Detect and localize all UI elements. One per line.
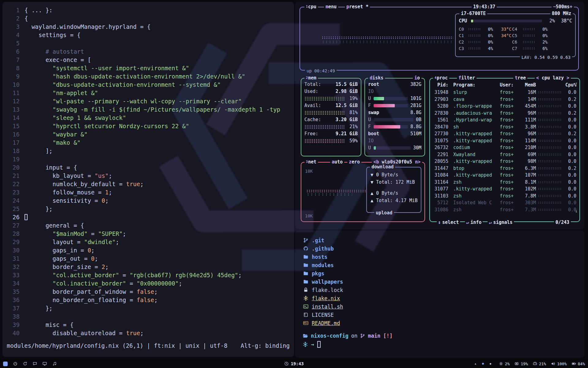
module-battery[interactable]: 84%	[572, 362, 585, 366]
code-line[interactable]: 34 "col.inactive_border" = "0x00000000";	[5, 279, 294, 288]
power-icon[interactable]	[13, 362, 17, 366]
network-box-title[interactable]: 3net	[304, 159, 318, 165]
tray-expand-icon[interactable]	[474, 362, 477, 366]
editor-pane[interactable]: 1{ ... }:2{3 wayland.windowManager.hyprl…	[2, 2, 294, 357]
cpu-box-title[interactable]: 1cpu	[304, 4, 318, 10]
code-line[interactable]: 11 "nm-applet &"	[5, 89, 294, 97]
code-line[interactable]: 27 general = {	[5, 221, 294, 230]
process-row[interactable]: 31084.kitty-wrappedfros+107M0.0	[433, 172, 576, 179]
tray-diamond-icon[interactable]	[489, 362, 492, 366]
preset-button[interactable]: preset *	[345, 4, 370, 10]
file-entry[interactable]: LICENSE	[303, 311, 584, 319]
scroll-up-indicator[interactable]: ↑	[575, 81, 578, 86]
module-gear[interactable]: 2%	[499, 362, 510, 366]
process-row[interactable]: 1561.Hyprland-wrapfros+111M0.0	[433, 117, 576, 124]
refresh-icon[interactable]	[23, 362, 27, 366]
sort-next-button[interactable]: >	[564, 75, 569, 81]
code-line[interactable]: 40 disable_autoreload = true;	[5, 329, 294, 337]
editor-code-area[interactable]: 1{ ... }:2{3 wayland.windowManager.hyprl…	[5, 6, 294, 337]
process-row[interactable]: 31086zshfros+7.3M0.0	[433, 206, 576, 213]
process-row[interactable]: 27830.audacious-wrafros+96M0.2	[433, 110, 576, 117]
io-mode-button[interactable]: io	[413, 75, 421, 81]
process-row[interactable]: 28470shfros+3.8M0.0	[433, 124, 576, 131]
file-entry[interactable]: .github	[303, 244, 584, 253]
code-line[interactable]: 18 ];	[5, 147, 294, 155]
column-header-user[interactable]: User:	[500, 82, 519, 89]
memory-box-title[interactable]: 2mem	[304, 75, 318, 81]
music-icon[interactable]	[52, 362, 57, 366]
workspace-indicator[interactable]	[3, 362, 8, 366]
footer-button-signals[interactable]: ↵signals	[488, 220, 514, 225]
code-line[interactable]: 22 numlock_by_default = true;	[5, 180, 294, 188]
tree-button[interactable]: tree	[513, 75, 527, 81]
code-line[interactable]: 10 "dbus-update-activation-environment -…	[5, 81, 294, 89]
code-line[interactable]: 7 exec-once = [	[5, 56, 294, 64]
process-row[interactable]: 5280.floorp-wrappefros+454M0.0	[433, 103, 576, 110]
module-disk[interactable]: 21%	[533, 362, 546, 366]
terminal-pane[interactable]: .git.githubhostsmodulespkgswallpapersfla…	[295, 231, 584, 358]
code-line[interactable]: 38	[5, 312, 294, 321]
file-entry[interactable]: modules	[303, 261, 584, 269]
column-header-cpu[interactable]: Cpu%	[564, 82, 576, 89]
tray-dot-icon[interactable]	[481, 362, 485, 366]
code-line[interactable]: 3 wayland.windowManager.hyprland = {	[5, 23, 294, 31]
shell-input-line[interactable]: →	[303, 341, 584, 348]
code-line[interactable]: 8 "systemctl --user import-environment &…	[5, 64, 294, 72]
clock-module[interactable]: 19:43	[284, 361, 303, 366]
code-line[interactable]: 24 sensitivity = 0;	[5, 197, 294, 205]
process-row[interactable]: 27903cavafros+14M0.2	[433, 96, 576, 103]
display-icon[interactable]	[43, 362, 47, 366]
code-line[interactable]: 4 settings = {	[5, 31, 294, 39]
btop-pane[interactable]: 1cpu menu preset * 19:43:37 − 500ms + i7…	[295, 2, 584, 229]
code-line[interactable]: 33 "col.active_border" = "rgb(cba6f7) rg…	[5, 271, 294, 279]
sort-prev-button[interactable]: <	[536, 75, 542, 81]
process-row[interactable]: 31103zshfros+7.8M0.0	[433, 193, 576, 200]
footer-button-select[interactable]: ↕select	[437, 220, 460, 225]
code-line[interactable]: 12 "wl-paste --primary --watch wl-copy -…	[5, 97, 294, 105]
code-line[interactable]: 32 border_size = 2;	[5, 263, 294, 271]
menu-button[interactable]: menu	[324, 4, 338, 10]
process-box-title[interactable]: 4proc	[433, 75, 449, 81]
code-line[interactable]: 21 kb_layout = "us";	[5, 172, 294, 180]
process-row[interactable]: 28055.kitty-wrappedfros+98M0.0	[433, 158, 576, 165]
code-line[interactable]: 19	[5, 155, 294, 163]
code-line[interactable]: 9 "hash dbus-update-activation-environme…	[5, 72, 294, 81]
filter-button[interactable]: filter	[457, 75, 477, 81]
code-line[interactable]: 23 follow_mouse = 1;	[5, 188, 294, 197]
chat-icon[interactable]	[33, 362, 37, 366]
file-entry[interactable]: wallpapers	[303, 278, 584, 286]
column-header-pid[interactable]: Pid:	[433, 82, 450, 89]
module-memory[interactable]: 19%	[514, 362, 528, 366]
system-tray[interactable]	[474, 362, 492, 366]
interface-next-button[interactable]: n>	[412, 159, 420, 165]
code-line[interactable]: 14 "sleep 1 && swaylock"	[5, 114, 294, 122]
code-line[interactable]: 15 "hyprctl setcursor Nordzy-cursors 22 …	[5, 122, 294, 130]
file-entry[interactable]: hosts	[303, 253, 584, 261]
file-entry[interactable]: install.sh	[303, 302, 584, 311]
code-line[interactable]: 5	[5, 39, 294, 48]
code-line[interactable]: 6 # autostart	[5, 48, 294, 56]
file-entry[interactable]: README.md	[303, 319, 584, 327]
code-line[interactable]: 39 misc = {	[5, 321, 294, 329]
process-row[interactable]: 31077.kitty-wrappedfros+102M0.0	[433, 186, 576, 193]
code-line[interactable]: 13 "swaybg -m fill -i $(find ~/Pictures/…	[5, 105, 294, 114]
process-row[interactable]: 31164zshfros+8.1M0.0	[433, 179, 576, 186]
process-row[interactable]: 27730.kitty-wrappedfros+96M0.2	[433, 130, 576, 137]
code-line[interactable]: 37 };	[5, 304, 294, 312]
process-row[interactable]: 26732codiumfros+210M0.0	[433, 144, 576, 151]
column-header-memb[interactable]: MemB	[519, 82, 536, 89]
interval-plus-button[interactable]: +	[570, 4, 572, 10]
code-line[interactable]: 30 gaps_in = 0;	[5, 246, 294, 255]
code-line[interactable]: 35 border_part_of_window = false;	[5, 288, 294, 296]
code-line[interactable]: 16 "waybar &"	[5, 130, 294, 139]
process-row[interactable]: 31447btopfros+6.3M0.2	[433, 165, 576, 172]
file-entry[interactable]: pkgs	[303, 269, 584, 278]
code-line[interactable]: 25 };	[5, 205, 294, 213]
process-row[interactable]: 5712Isolated Web Cfros+303M0.0	[433, 199, 576, 206]
code-line[interactable]: 26	[5, 213, 294, 221]
code-line[interactable]: 36 no_border_on_floating = false;	[5, 296, 294, 304]
code-line[interactable]: 31 gaps_out = 0;	[5, 255, 294, 263]
footer-button-info[interactable]: ↵info	[465, 220, 483, 225]
process-row[interactable]: 31075.kitty-wrappedfros+114M0.0	[433, 137, 576, 144]
zero-button[interactable]: zero	[347, 159, 361, 165]
